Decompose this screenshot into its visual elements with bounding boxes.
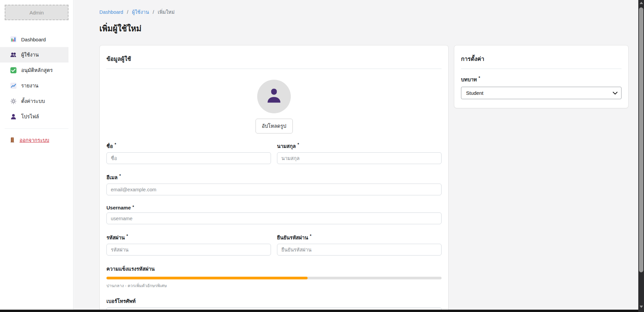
settings-card: การตั้งค่า บทบาท* Student xyxy=(454,45,629,108)
sidebar-item-users[interactable]: ผู้ใช้งาน xyxy=(0,47,68,63)
bar-chart-icon xyxy=(10,36,17,43)
field-password: รหัสผ่าน* xyxy=(106,234,271,256)
sidebar-item-label: ตั้งค่าระบบ xyxy=(21,97,45,105)
first-name-label: ชื่อ* xyxy=(106,142,271,150)
field-email: อีเมล* xyxy=(106,173,442,195)
breadcrumb-link-dashboard[interactable]: Dashboard xyxy=(99,9,123,15)
bottom-bar xyxy=(0,310,644,312)
field-confirm-password: ยืนยันรหัสผ่าน* xyxy=(277,234,442,256)
confirm-password-input[interactable] xyxy=(277,244,442,256)
admin-logo: Admin xyxy=(5,5,68,20)
email-label: อีเมล* xyxy=(106,173,442,182)
settings-card-title: การตั้งค่า xyxy=(461,54,622,63)
avatar xyxy=(257,80,291,113)
breadcrumb-link-users[interactable]: ผู้ใช้งาน xyxy=(132,9,149,15)
scrollbar[interactable] xyxy=(638,0,644,312)
password-strength-section: ความแข็งแรงรหัสผ่าน ปานกลาง - ควรเพิ่มตั… xyxy=(106,265,442,289)
sidebar-item-label: รายงาน xyxy=(21,82,38,90)
field-username: Username* xyxy=(106,205,442,224)
required-asterisk: * xyxy=(297,142,299,147)
profile-icon xyxy=(10,113,17,120)
sidebar-item-label: ผู้ใช้งาน xyxy=(21,51,39,59)
sidebar-item-label: Dashboard xyxy=(21,37,46,42)
required-asterisk: * xyxy=(133,205,134,209)
email-input[interactable] xyxy=(106,184,442,195)
logout-link[interactable]: ออกจากระบบ xyxy=(9,136,49,144)
phone-label: เบอร์โทรศัพท์ xyxy=(106,297,442,305)
main-content: Dashboard / ผู้ใช้งาน / เพิ่มใหม่ เพิ่มผ… xyxy=(74,0,638,310)
sidebar-item-label: โปรไฟล์ xyxy=(21,113,39,121)
door-icon xyxy=(9,137,16,144)
password-strength-label: ความแข็งแรงรหัสผ่าน xyxy=(106,265,442,273)
sidebar: Admin Dashboard ผู้ใช้งาน อนุมัติหลักสูต… xyxy=(0,0,74,310)
required-asterisk: * xyxy=(310,234,312,238)
password-strength-bar xyxy=(106,277,442,279)
breadcrumb-separator: / xyxy=(153,9,154,15)
sidebar-item-dashboard[interactable]: Dashboard xyxy=(0,32,68,47)
username-label: Username* xyxy=(106,205,442,210)
username-input[interactable] xyxy=(106,212,442,224)
scrollbar-thumb[interactable] xyxy=(639,7,643,272)
first-name-input[interactable] xyxy=(106,152,271,164)
scroll-down-arrow[interactable] xyxy=(638,306,644,308)
breadcrumb-separator: / xyxy=(127,9,128,15)
required-asterisk: * xyxy=(478,76,480,80)
users-icon xyxy=(10,51,17,58)
required-asterisk: * xyxy=(114,142,116,147)
scroll-up-arrow[interactable] xyxy=(638,2,644,4)
sidebar-item-system-settings[interactable]: ตั้งค่าระบบ xyxy=(0,93,68,109)
last-name-label: นามสกุล* xyxy=(277,142,442,150)
check-icon xyxy=(10,67,17,74)
sidebar-item-reports[interactable]: รายงาน xyxy=(0,78,68,93)
gear-icon xyxy=(10,98,17,105)
field-phone: เบอร์โทรศัพท์ xyxy=(106,297,442,310)
required-asterisk: * xyxy=(119,173,121,178)
trend-icon xyxy=(10,82,17,89)
sidebar-item-label: อนุมัติหลักสูตร xyxy=(21,66,53,74)
role-select[interactable]: Student xyxy=(461,87,622,99)
password-input[interactable] xyxy=(106,244,271,256)
upload-photo-button[interactable]: อัปโหลดรูป xyxy=(256,119,293,133)
sidebar-nav: Dashboard ผู้ใช้งาน อนุมัติหลักสูตร รายง… xyxy=(0,32,73,124)
user-info-card-title: ข้อมูลผู้ใช้ xyxy=(106,54,442,63)
logout-label: ออกจากระบบ xyxy=(19,136,49,144)
password-label: รหัสผ่าน* xyxy=(106,234,271,242)
screen: Admin Dashboard ผู้ใช้งาน อนุมัติหลักสูต… xyxy=(0,0,644,312)
page-title: เพิ่มผู้ใช้ใหม่ xyxy=(99,22,629,35)
password-strength-fill xyxy=(106,277,308,279)
confirm-password-label: ยืนยันรหัสผ่าน* xyxy=(277,234,442,242)
field-first-name: ชื่อ* xyxy=(106,142,271,164)
sidebar-item-profile[interactable]: โปรไฟล์ xyxy=(0,109,68,124)
breadcrumb-current: เพิ่มใหม่ xyxy=(158,9,175,15)
person-icon xyxy=(265,87,283,106)
admin-logo-label: Admin xyxy=(30,10,44,15)
password-strength-helper: ปานกลาง - ควรเพิ่มตัวอักษรพิเศษ xyxy=(106,282,442,289)
phone-input[interactable] xyxy=(106,307,442,310)
breadcrumb: Dashboard / ผู้ใช้งาน / เพิ่มใหม่ xyxy=(99,8,629,16)
user-info-card: ข้อมูลผู้ใช้ อัปโหลดรูป ชื่อ* xyxy=(99,45,449,310)
field-last-name: นามสกุล* xyxy=(277,142,442,164)
role-label: บทบาท* xyxy=(461,76,622,84)
required-asterisk: * xyxy=(127,234,128,238)
sidebar-divider xyxy=(5,128,68,129)
sidebar-item-course-approval[interactable]: อนุมัติหลักสูตร xyxy=(0,63,68,78)
last-name-input[interactable] xyxy=(277,152,442,164)
card-divider xyxy=(461,69,622,69)
